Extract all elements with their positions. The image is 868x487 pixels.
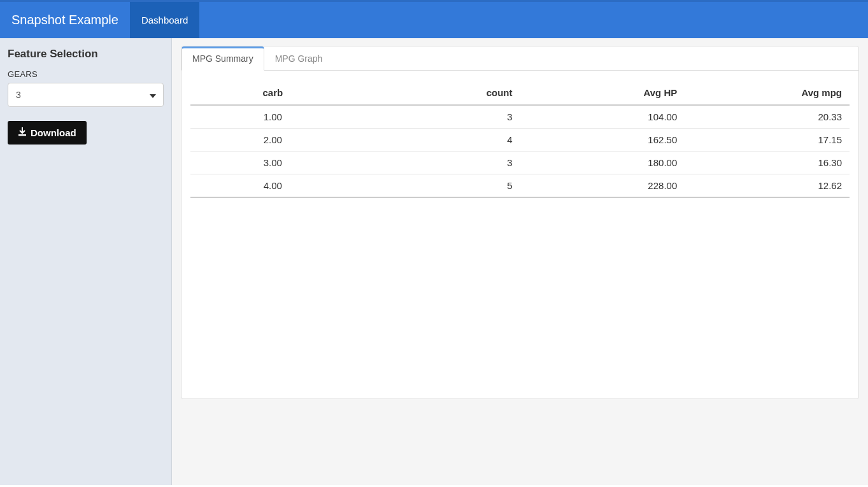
table-row: 4.00 5 228.00 12.62 — [190, 174, 850, 198]
cell: 162.50 — [520, 129, 685, 152]
table-row: 3.00 3 180.00 16.30 — [190, 152, 850, 174]
cell: 4 — [355, 129, 520, 152]
sidebar-heading: Feature Selection — [8, 48, 164, 60]
table-body: 1.00 3 104.00 20.33 2.00 4 162.50 17.15 — [190, 105, 850, 197]
cell: 180.00 — [520, 152, 685, 174]
cell: 3 — [355, 105, 520, 129]
navbar-nav: Dashboard — [130, 2, 199, 38]
tab-mpg-graph[interactable]: MPG Graph — [264, 46, 334, 71]
cell: 16.30 — [685, 152, 850, 174]
download-button[interactable]: Download — [8, 121, 87, 145]
navbar-brand: Snapshot Example — [0, 2, 130, 38]
gears-select-value: 3 — [16, 90, 21, 100]
cell: 12.62 — [685, 174, 850, 198]
cell: 5 — [355, 174, 520, 198]
cell: 17.15 — [685, 129, 850, 152]
cell: 3 — [355, 152, 520, 174]
download-button-label: Download — [31, 127, 76, 138]
th-avg-hp: Avg HP — [520, 81, 685, 105]
cell: 3.00 — [190, 152, 355, 174]
sidebar: Feature Selection GEARS 3 Download — [0, 38, 172, 485]
svg-rect-0 — [18, 134, 26, 136]
cell: 228.00 — [520, 174, 685, 198]
th-carb: carb — [190, 81, 355, 105]
table-header-row: carb count Avg HP Avg mpg — [190, 81, 850, 105]
cell: 1.00 — [190, 105, 355, 129]
navbar: Snapshot Example Dashboard — [0, 0, 868, 38]
cell: 2.00 — [190, 129, 355, 152]
gears-select-wrap: 3 — [8, 83, 164, 107]
main-area: MPG Summary MPG Graph carb count Avg HP … — [172, 38, 868, 485]
nav-item-dashboard[interactable]: Dashboard — [130, 2, 199, 38]
table-row: 2.00 4 162.50 17.15 — [190, 129, 850, 152]
cell: 104.00 — [520, 105, 685, 129]
tab-mpg-summary[interactable]: MPG Summary — [181, 46, 264, 71]
cell: 4.00 — [190, 174, 355, 198]
gears-select[interactable]: 3 — [8, 83, 164, 107]
cell: 20.33 — [685, 105, 850, 129]
table-row: 1.00 3 104.00 20.33 — [190, 105, 850, 129]
th-count: count — [355, 81, 520, 105]
download-icon — [18, 127, 27, 138]
summary-table: carb count Avg HP Avg mpg 1.00 3 104.00 … — [190, 81, 850, 198]
gears-label: GEARS — [8, 69, 164, 79]
tab-bar: MPG Summary MPG Graph — [181, 46, 858, 71]
layout: Feature Selection GEARS 3 Download MPG S… — [0, 38, 868, 485]
tab-content: carb count Avg HP Avg mpg 1.00 3 104.00 … — [181, 71, 858, 208]
main-panel: MPG Summary MPG Graph carb count Avg HP … — [181, 46, 859, 399]
th-avg-mpg: Avg mpg — [685, 81, 850, 105]
